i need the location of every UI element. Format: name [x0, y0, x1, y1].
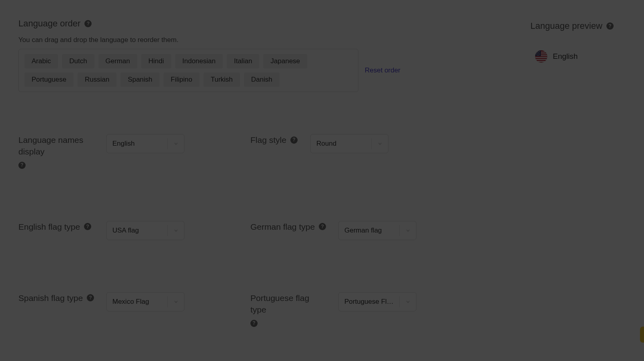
modal-overlay[interactable] — [0, 0, 644, 361]
